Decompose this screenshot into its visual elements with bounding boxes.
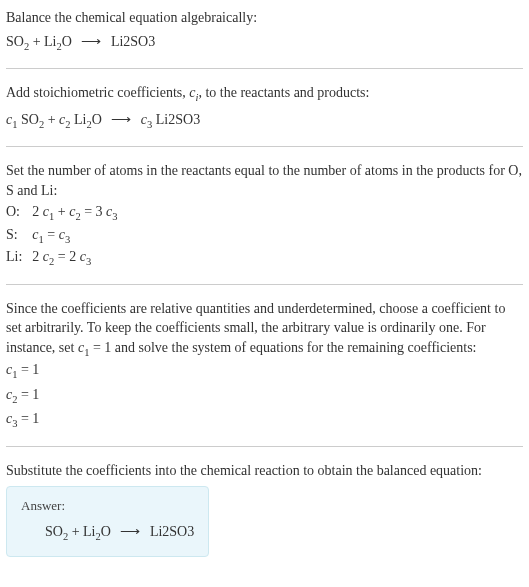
answer-equation: SO2 + Li2O ⟶ Li2SO3 [21,522,194,544]
arrow-icon: ⟶ [120,522,140,542]
product-li2so3: Li2SO3 [150,524,194,539]
step-3: Set the number of atoms in the reactants… [6,161,523,270]
reactant-so2: SO2 [6,34,29,49]
balance-row-s: S: c1 = c3 [6,225,118,247]
step-1: Balance the chemical equation algebraica… [6,8,523,54]
step-2-equation: c1 SO2 + c2 Li2O ⟶ c3 Li2SO3 [6,110,523,132]
step-5-instruction: Substitute the coefficients into the che… [6,461,523,481]
answer-box: Answer: SO2 + Li2O ⟶ Li2SO3 [6,486,209,557]
divider [6,146,523,147]
arrow-icon: ⟶ [81,32,101,52]
step-2-instruction: Add stoichiometric coefficients, ci, to … [6,83,523,105]
divider [6,446,523,447]
step-4-instruction: Since the coefficients are relative quan… [6,299,523,361]
step-2: Add stoichiometric coefficients, ci, to … [6,83,523,132]
balance-row-li: Li: 2 c2 = 2 c3 [6,247,118,269]
balance-row-o: O: 2 c1 + c2 = 3 c3 [6,202,118,224]
product-li2so3: Li2SO3 [111,34,155,49]
step-4: Since the coefficients are relative quan… [6,299,523,432]
coefficient-results: c1 = 1 c2 = 1 c3 = 1 [6,360,523,431]
coef-result: c3 = 1 [6,409,523,431]
answer-label: Answer: [21,497,194,515]
step-3-instruction: Set the number of atoms in the reactants… [6,161,523,200]
reactant-li2o: Li2O [83,524,111,539]
coef-result: c1 = 1 [6,360,523,382]
coef-result: c2 = 1 [6,385,523,407]
arrow-icon: ⟶ [111,110,131,130]
step-5: Substitute the coefficients into the che… [6,461,523,557]
divider [6,68,523,69]
divider [6,284,523,285]
atom-balance-table: O: 2 c1 + c2 = 3 c3 S: c1 = c3 Li: 2 c2 … [6,202,118,269]
step-1-equation: SO2 + Li2O ⟶ Li2SO3 [6,32,523,54]
reactant-li2o: Li2O [44,34,72,49]
step-1-instruction: Balance the chemical equation algebraica… [6,8,523,28]
reactant-so2: SO2 [45,524,68,539]
